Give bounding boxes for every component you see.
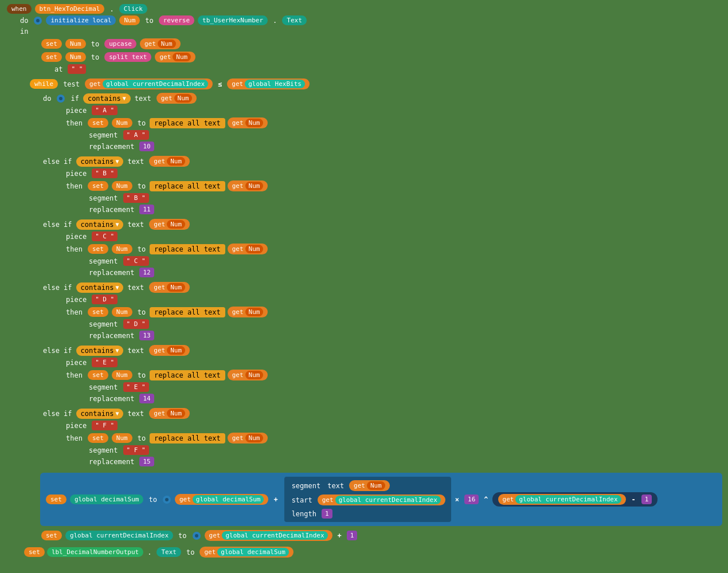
num-B[interactable]: Num [112, 181, 132, 191]
contains-D[interactable]: contains▼ [76, 282, 124, 293]
then-C-row: then set Num to replace all text getNum [63, 243, 722, 255]
set-E[interactable]: set [88, 370, 108, 380]
get-num-A2[interactable]: get Num [228, 117, 268, 128]
get-num-ds[interactable]: getNum [349, 480, 390, 491]
contains-B[interactable]: contains ▼ [76, 156, 124, 167]
start-row-ds: start getglobal currentDecimalIndex [289, 494, 447, 506]
contains-A[interactable]: contains ▼ [83, 93, 131, 104]
seg-B-val: " B " [123, 193, 149, 203]
num-var-2[interactable]: Num [65, 52, 86, 62]
global-decsum-var[interactable]: global decimalSum [70, 494, 144, 504]
num-var-1[interactable]: Num [65, 39, 86, 49]
set-B[interactable]: set [88, 181, 108, 191]
one-caret: 1 [641, 494, 652, 504]
replace-C[interactable]: replace all text [150, 244, 225, 254]
tb-user-pill[interactable]: tb_UserHexNumber [198, 15, 268, 25]
piece-D-row: piece " D " [63, 294, 722, 305]
set-decsum[interactable]: set [46, 494, 66, 504]
get-num-up[interactable]: getNum [140, 38, 181, 49]
set-final[interactable]: set [24, 547, 45, 557]
times-ds: × [452, 494, 462, 505]
num-var-init[interactable]: Num [119, 15, 140, 25]
piece-kw-C: piece [63, 231, 89, 242]
get-num-D[interactable]: getNum [149, 282, 190, 293]
lbl-out-pill[interactable]: lbl_DecimalNumberOutput [47, 547, 143, 557]
get-hexbits[interactable]: get global HexBits [227, 79, 310, 89]
set-A[interactable]: set [88, 118, 108, 128]
seg-E-val: " E " [123, 382, 149, 392]
caret-ds: ^ [481, 494, 491, 505]
piece-C-val: " C " [92, 231, 118, 241]
set-D[interactable]: set [88, 307, 108, 317]
one-curidx: 1 [347, 531, 358, 540]
replace-B[interactable]: replace all text [150, 181, 225, 191]
num-D[interactable]: Num [112, 307, 132, 317]
reverse-pill[interactable]: reverse [159, 15, 194, 25]
contains-E[interactable]: contains▼ [76, 346, 124, 356]
num-F[interactable]: Num [112, 433, 132, 443]
text-final[interactable]: Text [156, 547, 181, 557]
get-curidx-caret[interactable]: getglobal currentDecimalIndex [498, 494, 626, 505]
upcase-pill[interactable]: upcase [104, 39, 136, 49]
get-decsum[interactable]: get global decimalSum [175, 494, 268, 505]
get-decsum-final[interactable]: getglobal decimalSum [199, 547, 293, 558]
get-num-F[interactable]: getNum [149, 408, 190, 419]
piece-F-val: " F " [92, 421, 118, 430]
while-kw[interactable]: while [30, 79, 58, 89]
num-E[interactable]: Num [112, 370, 132, 380]
contains-kw-D: contains [81, 284, 114, 292]
else-if-E: else if [40, 346, 75, 356]
do-while-kw: do [40, 93, 54, 104]
get-num-A[interactable]: get Num [156, 93, 197, 104]
contains-C[interactable]: contains▼ [76, 219, 124, 230]
set-curidx[interactable]: set [41, 531, 62, 540]
btn-hex-pill[interactable]: btn_HexToDecimal [35, 4, 105, 14]
curidx-var[interactable]: global currentDecimalIndex [65, 531, 173, 540]
while-do-row: do if contains ▼ text get Num [40, 92, 722, 104]
get-num-C2[interactable]: getNum [228, 244, 268, 254]
repl-C-val: 12 [139, 268, 154, 277]
seg-kw-C: segment [86, 256, 121, 266]
get-num-B2[interactable]: getNum [228, 180, 268, 191]
contains-arrow-B: ▼ [115, 158, 119, 164]
get-curidx-ds[interactable]: getglobal currentDecimalIndex [318, 494, 445, 505]
get-num-F2[interactable]: getNum [228, 433, 268, 444]
split-pill[interactable]: split text [104, 52, 151, 62]
num-C[interactable]: Num [112, 244, 132, 254]
get-num-D2[interactable]: getNum [228, 307, 268, 317]
else-if-B: else if [40, 156, 75, 167]
elseif-D-row: else if contains▼ text getNum [40, 281, 722, 293]
piece-C-row: piece " C " [63, 231, 722, 242]
replace-D[interactable]: replace all text [150, 307, 225, 317]
replace-A[interactable]: replace all text [150, 118, 225, 128]
replace-kw-E: replace all text [154, 371, 221, 379]
replace-E[interactable]: replace all text [150, 370, 225, 380]
num-A[interactable]: Num [112, 118, 132, 128]
replacement-C-row: replacement 12 [86, 267, 722, 278]
get-kw: get [144, 40, 156, 48]
get-kw-ci: get [89, 80, 101, 88]
get-num-E2[interactable]: getNum [228, 370, 268, 380]
get-num-B[interactable]: get Num [149, 156, 190, 167]
set-F[interactable]: set [88, 433, 108, 443]
get-num-split[interactable]: getNum [155, 52, 195, 62]
to-E: to [135, 370, 148, 380]
to-C: to [135, 244, 148, 254]
seg-C-val: " C " [123, 256, 149, 266]
text-prop-init[interactable]: Text [282, 15, 307, 25]
initialize-pill[interactable]: initialize local [46, 15, 116, 25]
get-curidx-add[interactable]: getglobal currentDecimalIndex [205, 530, 332, 541]
set-C[interactable]: set [88, 244, 108, 254]
replace-F[interactable]: replace all text [150, 433, 225, 444]
at-label: at [52, 64, 65, 74]
get-num-C[interactable]: getNum [149, 219, 190, 230]
click-pill[interactable]: Click [119, 4, 147, 14]
get-num-E[interactable]: getNum [149, 345, 190, 356]
contains-F[interactable]: contains▼ [76, 409, 124, 419]
text-kw-D: text [124, 282, 147, 293]
get-curIdx[interactable]: get global currentDecimalIndex [85, 79, 213, 89]
elseif-B-row: else if contains ▼ text get Num [40, 155, 722, 167]
set-kw-2[interactable]: set [41, 52, 62, 62]
set-kw-1[interactable]: set [41, 39, 62, 49]
elseif-C-row: else if contains▼ text getNum [40, 218, 722, 230]
